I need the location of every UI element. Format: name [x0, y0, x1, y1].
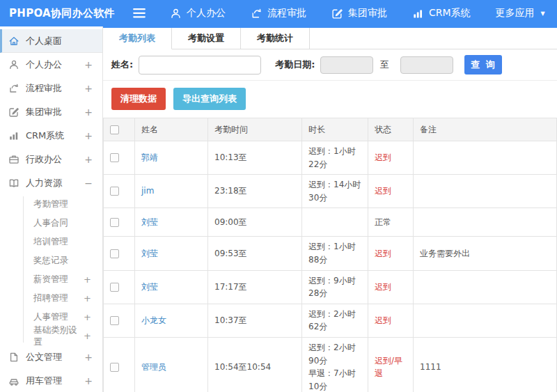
name-cell: 刘莹: [135, 237, 208, 270]
action-toolbar: 清理数据 导出查询列表: [103, 81, 557, 118]
status-cell: 正常: [368, 208, 414, 237]
date-from-input[interactable]: [320, 56, 373, 74]
name-cell: 刘莹: [135, 208, 208, 237]
row-checkbox[interactable]: [110, 316, 119, 325]
row-checkbox[interactable]: [110, 249, 119, 258]
sidebar-sub-item[interactable]: 奖惩记录: [0, 251, 102, 270]
employee-name-link[interactable]: 刘莹: [141, 249, 158, 258]
expand-icon[interactable]: +: [84, 130, 93, 141]
expand-icon[interactable]: +: [84, 274, 91, 285]
sidebar-item[interactable]: 用车管理+: [0, 369, 102, 392]
sidebar-item-label: 流程审批: [26, 82, 62, 95]
attendance-time-cell: 10:13至: [208, 141, 302, 175]
sidebar-item[interactable]: CRM系统+: [0, 124, 102, 148]
name-cell: jim: [135, 175, 208, 208]
menu-toggle-icon[interactable]: [132, 6, 146, 20]
employee-name-link[interactable]: 郭靖: [141, 152, 158, 162]
top-nav-item[interactable]: 更多应用▼: [496, 7, 545, 19]
sidebar-sub-item[interactable]: 人事合同: [0, 214, 102, 233]
attendance-time-cell: 23:18至: [208, 175, 302, 208]
clean-data-button[interactable]: 清理数据: [111, 88, 166, 110]
duration-cell: [302, 208, 368, 237]
top-bar: PHPOA协同办公软件 个人办公流程审批集团审批CRM系统更多应用▼: [0, 0, 557, 26]
sidebar-item[interactable]: 集团审批+: [0, 100, 102, 124]
sidebar-item[interactable]: 个人办公+: [0, 53, 102, 77]
sidebar-item[interactable]: 公文管理+: [0, 345, 102, 369]
sidebar-item[interactable]: 个人桌面: [0, 29, 102, 53]
user-icon: [8, 59, 19, 70]
name-filter-input[interactable]: [139, 56, 261, 75]
sidebar-item-label: 用车管理: [26, 375, 62, 387]
note-cell: [414, 141, 557, 175]
row-select-cell: [104, 304, 135, 337]
employee-name-link[interactable]: 小龙女: [141, 315, 166, 325]
expand-icon[interactable]: +: [84, 293, 91, 304]
expand-icon[interactable]: +: [84, 312, 91, 322]
date-to-input[interactable]: [400, 56, 453, 74]
select-all-checkbox[interactable]: [110, 125, 119, 134]
search-button[interactable]: 查 询: [464, 55, 502, 75]
sidebar-sub-item-label: 基础类别设置: [33, 324, 84, 348]
expand-icon[interactable]: +: [84, 83, 93, 94]
sidebar-sub-item[interactable]: 考勤管理: [0, 195, 102, 214]
sidebar-sub-item[interactable]: 基础类别设置+: [0, 327, 102, 345]
top-nav-item[interactable]: 集团审批: [331, 7, 387, 19]
col-header-select: [104, 118, 135, 141]
employee-name-link[interactable]: jim: [141, 186, 154, 196]
row-checkbox[interactable]: [110, 283, 119, 292]
table-row: jim23:18至迟到：14小时30分迟到: [104, 175, 557, 208]
collapse-icon[interactable]: −: [84, 178, 93, 189]
status-badge: 迟到: [375, 249, 391, 258]
employee-name-link[interactable]: 刘莹: [141, 282, 158, 292]
briefcase-icon: [8, 154, 19, 165]
table-row: 刘莹17:17至迟到：9小时28分迟到: [104, 270, 557, 304]
sidebar-item-label: 行政办公: [26, 153, 62, 166]
row-select-cell: [104, 141, 135, 175]
sidebar-sub-item[interactable]: 培训管理: [0, 233, 102, 251]
duration-cell: 迟到：1小时22分: [302, 141, 368, 175]
name-cell: 郭靖: [135, 141, 208, 175]
table-row: 管理员10:54至10:54迟到：2小时90分早退：7小时10分迟到/早退111…: [104, 337, 557, 392]
name-filter-label: 姓名:: [111, 58, 133, 71]
export-list-button[interactable]: 导出查询列表: [173, 88, 246, 110]
row-checkbox[interactable]: [110, 363, 119, 372]
expand-icon[interactable]: +: [84, 331, 91, 341]
tab[interactable]: 考勤设置: [172, 28, 241, 49]
sidebar-sub-item[interactable]: 招聘管理+: [0, 289, 102, 308]
note-cell: [414, 175, 557, 208]
tab[interactable]: 考勤列表: [103, 28, 172, 49]
sidebar-item[interactable]: 人力资源−: [0, 171, 102, 195]
top-nav-label: CRM系统: [429, 7, 471, 19]
sidebar-item-label: 个人办公: [26, 58, 62, 71]
expand-icon[interactable]: +: [84, 59, 93, 70]
expand-icon[interactable]: +: [84, 375, 93, 386]
sidebar-item-label: 集团审批: [26, 106, 62, 118]
sidebar-sub-item[interactable]: 薪资管理+: [0, 270, 102, 289]
row-checkbox[interactable]: [110, 218, 119, 227]
col-header: 姓名: [135, 118, 208, 141]
status-cell: 迟到: [368, 304, 414, 337]
employee-name-link[interactable]: 刘莹: [141, 217, 158, 227]
top-nav-item[interactable]: 流程审批: [251, 7, 306, 19]
date-filter-label: 考勤日期:: [275, 58, 315, 71]
top-nav-item[interactable]: CRM系统: [412, 7, 471, 19]
table-row: 小龙女10:37至迟到：2小时62分迟到: [104, 304, 557, 337]
note-cell: 业务需要外出: [414, 237, 557, 270]
employee-name-link[interactable]: 管理员: [141, 362, 166, 372]
table-row: 刘莹09:00至正常: [104, 208, 557, 237]
edit-icon: [8, 107, 19, 118]
sidebar-item-label: CRM系统: [26, 130, 64, 142]
sidebar-item[interactable]: 行政办公+: [0, 148, 102, 171]
edit-icon: [331, 8, 343, 19]
tab[interactable]: 考勤统计: [241, 28, 310, 49]
col-header: 考勤时间: [208, 118, 302, 141]
main-content: 考勤列表考勤设置考勤统计 姓名: 考勤日期: 至 查 询 清理数据 导出查询列表…: [103, 26, 557, 392]
expand-icon[interactable]: +: [84, 107, 93, 118]
sidebar-item[interactable]: 流程审批+: [0, 77, 102, 100]
top-nav-item[interactable]: 个人办公: [170, 7, 226, 19]
row-checkbox[interactable]: [110, 153, 119, 162]
expand-icon[interactable]: +: [84, 352, 93, 363]
row-checkbox[interactable]: [110, 187, 119, 196]
duration-cell: 迟到：2小时90分早退：7小时10分: [302, 337, 368, 392]
expand-icon[interactable]: +: [84, 154, 93, 165]
